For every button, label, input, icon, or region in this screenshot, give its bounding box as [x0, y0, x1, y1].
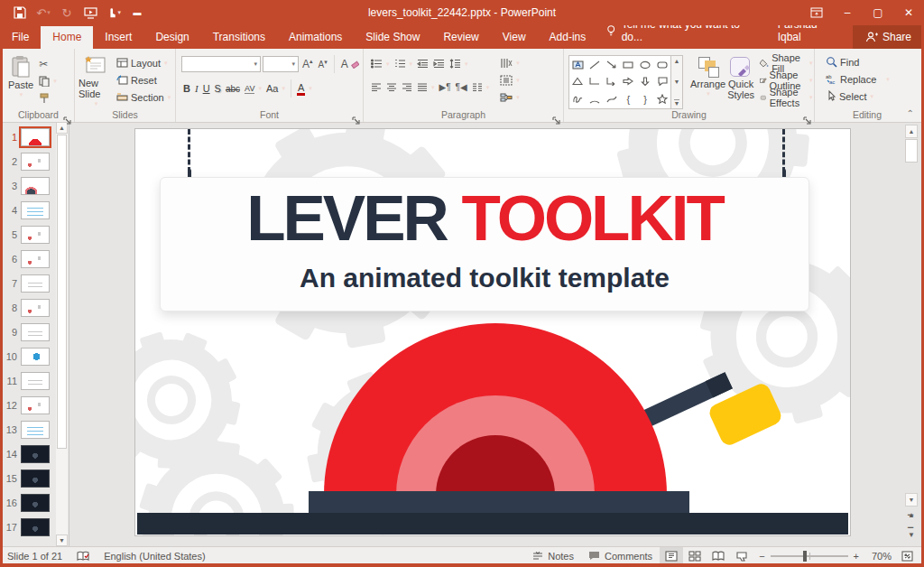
redo-icon[interactable]: ↻: [60, 5, 74, 20]
shape-callout[interactable]: [653, 73, 670, 89]
slide-thumbnail-row[interactable]: 10: [3, 347, 55, 366]
view-normal-button[interactable]: [660, 547, 683, 564]
slide-thumbnail-row[interactable]: 9: [3, 322, 55, 341]
slide-thumbnail-row[interactable]: 15: [3, 469, 55, 488]
fit-slide-to-window-button[interactable]: [895, 547, 919, 564]
italic-button[interactable]: I: [193, 80, 200, 98]
align-right-button[interactable]: [400, 79, 414, 96]
touch-mode-dropdown-icon[interactable]: ▾: [117, 9, 121, 16]
font-name-combo[interactable]: ▾: [181, 56, 261, 72]
view-reading-button[interactable]: [707, 547, 730, 564]
minimize-button[interactable]: –: [832, 0, 863, 25]
canvas-scroll-up-icon[interactable]: ▲: [905, 125, 918, 138]
align-center-button[interactable]: [384, 79, 399, 96]
slide-thumbnail[interactable]: [21, 226, 50, 244]
slide-thumbnail-row[interactable]: 5: [3, 225, 55, 244]
close-button[interactable]: ✕: [893, 0, 924, 25]
convert-smartart-button[interactable]: ▾: [498, 88, 522, 106]
text-direction-button[interactable]: ▾: [498, 54, 522, 71]
font-size-combo[interactable]: ▾: [263, 56, 299, 72]
shape-down-arrow[interactable]: [637, 73, 654, 89]
view-slideshow-button[interactable]: [730, 547, 753, 564]
strikethrough-button[interactable]: abc: [224, 80, 242, 98]
tab-slideshow[interactable]: Slide Show: [354, 26, 431, 49]
line-spacing-button[interactable]: ▾: [448, 55, 470, 72]
shape-arc[interactable]: [587, 90, 604, 108]
touch-mouse-mode-icon[interactable]: ▾: [106, 5, 121, 20]
slide-thumbnail[interactable]: [21, 299, 50, 317]
slide-thumbnail[interactable]: [21, 372, 50, 390]
font-color-button[interactable]: A▾: [295, 80, 314, 98]
tab-view[interactable]: View: [491, 26, 538, 49]
clear-formatting-button[interactable]: A: [339, 56, 361, 73]
text-shadow-button[interactable]: S: [213, 80, 223, 98]
slide-thumbnail[interactable]: [21, 421, 50, 439]
slide-thumbnail-row[interactable]: 17: [3, 517, 55, 536]
change-case-button[interactable]: Aa▾: [264, 80, 287, 98]
shape-star[interactable]: [653, 90, 670, 108]
canvas-scrollbar[interactable]: ▲ ▼ ▲▔ ▔▼: [905, 125, 918, 544]
slide-thumbnail[interactable]: [21, 274, 50, 293]
slide-thumbnail[interactable]: [21, 250, 50, 268]
collapse-ribbon-icon[interactable]: ⌃: [907, 108, 914, 118]
gallery-scroll-up-icon[interactable]: ▲: [674, 58, 680, 64]
comments-button[interactable]: Comments: [581, 547, 660, 564]
undo-icon[interactable]: ↶▾: [36, 5, 51, 20]
zoom-in-button[interactable]: +: [854, 551, 859, 562]
shape-rectangle[interactable]: [620, 56, 637, 73]
layout-button[interactable]: Layout▾: [115, 54, 172, 71]
slide-thumbnail[interactable]: [21, 494, 50, 512]
select-button[interactable]: Select▾: [824, 88, 919, 105]
slide-thumbnail[interactable]: [21, 518, 50, 536]
shape-oval[interactable]: [637, 56, 654, 73]
shape-textbox[interactable]: [569, 56, 587, 73]
view-slide-sorter-button[interactable]: [683, 547, 707, 564]
spellcheck-icon[interactable]: [69, 547, 97, 564]
bold-button[interactable]: B: [181, 80, 192, 98]
shape-curve[interactable]: [603, 90, 620, 108]
shape-elbow-connector[interactable]: [587, 73, 604, 89]
bullets-button[interactable]: ▾: [369, 55, 392, 72]
title-signboard[interactable]: LEVER TOOLKIT An animated toolkit templa…: [160, 177, 809, 311]
find-button[interactable]: Find: [824, 53, 919, 70]
canvas-scrollbar-thumb[interactable]: [905, 139, 918, 163]
slide-thumbnail[interactable]: [21, 445, 50, 463]
slide-thumbnail-row[interactable]: 16: [3, 493, 55, 512]
shape-effects-button[interactable]: Shape Effects▾: [758, 88, 814, 106]
replace-button[interactable]: abac Replace▾: [824, 70, 919, 88]
slide-thumbnail-row[interactable]: 7: [3, 274, 55, 293]
columns-button[interactable]: ▾: [470, 79, 492, 96]
gallery-scroll-down-icon[interactable]: ▼: [674, 79, 680, 85]
zoom-slider-thumb[interactable]: [803, 551, 807, 562]
zoom-slider-track[interactable]: [771, 555, 848, 557]
slide-editing-area[interactable]: LEVER TOOLKIT An animated toolkit templa…: [134, 128, 851, 536]
slide-thumbnail[interactable]: [21, 201, 50, 219]
paragraph-dialog-launcher-icon[interactable]: [552, 112, 560, 120]
gallery-more-icon[interactable]: ▼: [674, 99, 680, 107]
section-button[interactable]: Section▾: [115, 88, 172, 106]
slide-thumbnail-row[interactable]: 2: [3, 152, 55, 171]
underline-button[interactable]: U: [201, 80, 212, 98]
slide-thumbnail-row[interactable]: 1: [3, 127, 55, 146]
canvas-scroll-down-icon[interactable]: ▼: [905, 493, 918, 507]
slide-thumbnail[interactable]: [21, 153, 50, 171]
slide-thumbnail-row[interactable]: 13: [3, 420, 55, 439]
clipboard-dialog-launcher-icon[interactable]: [63, 112, 71, 120]
slide-thumbnail-row[interactable]: 12: [3, 395, 55, 414]
tab-insert[interactable]: Insert: [93, 26, 143, 49]
shape-right-brace[interactable]: }: [637, 90, 654, 108]
decrease-indent-button[interactable]: [415, 55, 430, 72]
next-slide-button[interactable]: ▔▼: [905, 527, 918, 540]
shape-line[interactable]: [587, 56, 604, 73]
tab-addins[interactable]: Add-ins: [538, 26, 598, 49]
slide-thumbnail-row[interactable]: 14: [3, 444, 55, 463]
tab-file[interactable]: File: [0, 26, 41, 49]
tab-animations[interactable]: Animations: [277, 26, 354, 49]
shape-elbow-arrow-connector[interactable]: [603, 73, 620, 89]
thumbnail-scrollbar[interactable]: ▲ ▼: [56, 122, 68, 546]
previous-slide-button[interactable]: ▲▔: [905, 511, 918, 524]
thumb-scroll-down-icon[interactable]: ▼: [56, 534, 68, 546]
slide-thumbnail-row[interactable]: 3: [3, 176, 55, 195]
tab-review[interactable]: Review: [431, 26, 490, 49]
customize-qat-icon[interactable]: ▬: [130, 5, 144, 20]
